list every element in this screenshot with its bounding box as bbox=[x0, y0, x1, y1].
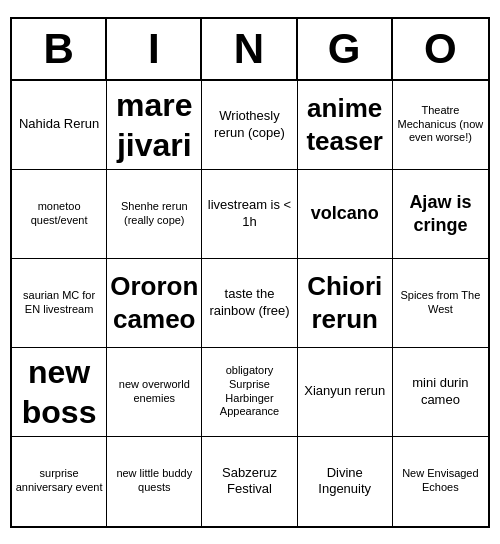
bingo-card: BINGO Nahida Rerunmare jivariWriothesly … bbox=[10, 17, 490, 528]
bingo-cell-2: Wriothesly rerun (cope) bbox=[202, 81, 297, 170]
bingo-cell-10: saurian MC for EN livestream bbox=[12, 259, 107, 348]
bingo-cell-21: new little buddy quests bbox=[107, 437, 202, 526]
bingo-cell-11: Ororon cameo bbox=[107, 259, 202, 348]
bingo-cell-6: Shenhe rerun (really cope) bbox=[107, 170, 202, 259]
bingo-cell-9: Ajaw is cringe bbox=[393, 170, 488, 259]
bingo-cell-1: mare jivari bbox=[107, 81, 202, 170]
bingo-cell-20: surprise anniversary event bbox=[12, 437, 107, 526]
bingo-cell-22: Sabzeruz Festival bbox=[202, 437, 297, 526]
bingo-header: BINGO bbox=[12, 19, 488, 81]
bingo-cell-4: Theatre Mechanicus (now even worse!) bbox=[393, 81, 488, 170]
bingo-cell-15: new boss bbox=[12, 348, 107, 437]
bingo-cell-16: new overworld enemies bbox=[107, 348, 202, 437]
bingo-letter-b: B bbox=[12, 19, 107, 79]
bingo-cell-7: livestream is < 1h bbox=[202, 170, 297, 259]
bingo-letter-n: N bbox=[202, 19, 297, 79]
bingo-cell-12: taste the rainbow (free) bbox=[202, 259, 297, 348]
bingo-cell-8: volcano bbox=[298, 170, 393, 259]
bingo-cell-3: anime teaser bbox=[298, 81, 393, 170]
bingo-letter-i: I bbox=[107, 19, 202, 79]
bingo-cell-13: Chiori rerun bbox=[298, 259, 393, 348]
bingo-cell-18: Xianyun rerun bbox=[298, 348, 393, 437]
bingo-cell-24: New Envisaged Echoes bbox=[393, 437, 488, 526]
bingo-letter-g: G bbox=[298, 19, 393, 79]
bingo-cell-0: Nahida Rerun bbox=[12, 81, 107, 170]
bingo-letter-o: O bbox=[393, 19, 488, 79]
bingo-cell-19: mini durin cameo bbox=[393, 348, 488, 437]
bingo-grid: Nahida Rerunmare jivariWriothesly rerun … bbox=[12, 81, 488, 526]
bingo-cell-23: Divine Ingenuity bbox=[298, 437, 393, 526]
bingo-cell-17: obligatory Surprise Harbinger Appearance bbox=[202, 348, 297, 437]
bingo-cell-5: monetoo quest/event bbox=[12, 170, 107, 259]
bingo-cell-14: Spices from The West bbox=[393, 259, 488, 348]
